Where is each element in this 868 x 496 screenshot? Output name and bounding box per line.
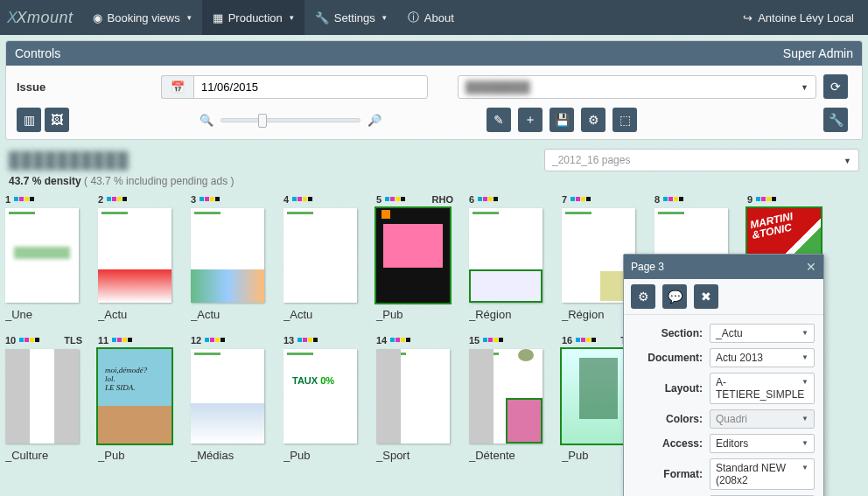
page-number: 8 (654, 194, 660, 205)
format-label: Format: (633, 468, 703, 480)
layout-select[interactable]: A-TETIERE_SIMPLE (710, 373, 815, 404)
page-card[interactable]: 11moi,démodé?lol.LE SIDA._Pub (98, 333, 175, 462)
zoom-in-icon[interactable]: 🔎 (368, 114, 382, 127)
tools-button[interactable]: 🔧 (823, 108, 848, 132)
cmyk-icon (112, 338, 132, 342)
region-select[interactable]: ████████ (458, 75, 816, 99)
issue-date-input[interactable] (193, 75, 428, 99)
page-card[interactable]: 3_Actu (191, 192, 268, 321)
cmyk-icon (205, 338, 225, 342)
page-thumbnail[interactable]: moi,démodé?lol.LE SIDA. (98, 349, 172, 444)
page-number: 15 (469, 335, 480, 346)
section-label: Section: (633, 327, 703, 339)
page-section-label: _Pub (284, 449, 360, 462)
page-thumbnail[interactable] (5, 349, 79, 444)
page-number: 10 (5, 335, 16, 346)
view-thumb-button[interactable]: 🖼 (45, 108, 69, 132)
cmyk-icon (478, 197, 498, 201)
nav-booking-views[interactable]: ◉ Booking views▾ (82, 0, 202, 35)
controls-role: Super Admin (783, 46, 853, 60)
zoom-slider[interactable] (220, 118, 360, 122)
controls-title: Controls (15, 46, 60, 60)
page-card[interactable]: 12_Médias (191, 333, 268, 462)
page-thumbnail[interactable] (376, 349, 450, 444)
popup-comment-button[interactable]: 💬 (662, 284, 687, 309)
add-button[interactable]: ＋ (518, 108, 542, 132)
layout-template-select[interactable]: _2012_16 pages (544, 149, 859, 171)
page-section-label: _Pub (98, 449, 175, 462)
page-number: 13 (284, 335, 294, 346)
cmyk-icon (107, 197, 127, 201)
page-section-label: _Pub (376, 308, 453, 321)
brand-logo: XXmount (7, 9, 74, 27)
section-select[interactable]: _Actu (710, 324, 815, 343)
view-list-button[interactable]: ▥ (17, 108, 41, 132)
page-tag: TLS (64, 335, 82, 346)
cmyk-icon (200, 197, 220, 201)
eye-icon: ◉ (93, 11, 102, 24)
zoom-out-icon[interactable]: 🔍 (200, 114, 214, 127)
edit-button[interactable]: ✎ (486, 108, 511, 132)
cmyk-icon (663, 197, 683, 201)
page-thumbnail[interactable] (469, 208, 542, 303)
cmyk-icon (385, 197, 405, 201)
page-number: 14 (376, 335, 387, 346)
page-thumbnail[interactable] (5, 208, 79, 303)
calendar-icon[interactable]: 📅 (161, 75, 193, 99)
page-thumbnail[interactable] (469, 349, 542, 444)
nav-production[interactable]: ▦ Production▾ (202, 0, 304, 35)
close-icon[interactable]: ✕ (806, 260, 816, 274)
cmyk-icon (576, 338, 596, 342)
page-thumbnail[interactable]: TAUX 0% (284, 349, 357, 444)
refresh-button[interactable]: ⟳ (823, 74, 848, 99)
density-readout: 43.7 % density ( 43.7 % including pendin… (9, 175, 859, 187)
page-number: 7 (562, 194, 567, 205)
popup-delete-button[interactable]: ✖ (694, 284, 718, 309)
page-number: 12 (191, 335, 201, 346)
settings-button[interactable]: ⚙ (581, 108, 606, 132)
puzzle-button[interactable]: ⬚ (612, 108, 637, 132)
page-number: 5 (376, 194, 382, 205)
issue-label: Issue (17, 80, 161, 94)
page-card[interactable]: 5RHO_Pub (376, 192, 453, 321)
page-card[interactable]: 15_Détente (469, 333, 546, 462)
info-icon: ⓘ (408, 10, 419, 25)
page-section-label: _Actu (191, 308, 268, 321)
controls-panel: Controls Super Admin Issue 📅 ████████ ⟳ … (5, 40, 863, 140)
page-number: 6 (469, 194, 474, 205)
page-card[interactable]: 4_Actu (284, 192, 360, 321)
page-card[interactable]: 6_Région (469, 192, 546, 321)
page-thumbnail[interactable] (98, 208, 172, 303)
cmyk-icon (390, 338, 410, 342)
nav-settings[interactable]: 🔧 Settings▾ (304, 0, 397, 35)
document-select[interactable]: Actu 2013 (710, 348, 815, 367)
popup-settings-button[interactable]: ⚙ (631, 284, 655, 309)
page-thumbnail[interactable] (191, 208, 264, 303)
cmyk-icon (570, 197, 591, 201)
page-thumbnail[interactable] (376, 208, 450, 303)
page-card[interactable]: 14_Sport (376, 333, 453, 462)
nav-about[interactable]: ⓘ About (397, 0, 465, 35)
cmyk-icon (298, 338, 318, 342)
grid-icon: ▦ (213, 11, 223, 24)
access-select[interactable]: Editors (710, 434, 815, 453)
page-section-label: _Une (5, 308, 82, 321)
cmyk-icon (19, 338, 39, 342)
cmyk-icon (14, 197, 34, 201)
page-section-label: _Actu (284, 308, 360, 321)
save-button[interactable]: 💾 (550, 108, 574, 132)
page-number: 4 (284, 194, 289, 205)
page-card[interactable]: 1_Une (5, 192, 82, 321)
page-thumbnail[interactable] (191, 349, 264, 444)
page-section-label: _Actu (98, 308, 175, 321)
logout-icon: ↪ (743, 11, 752, 24)
page-card[interactable]: 10TLS_Culture (5, 333, 82, 462)
page-section-label: _Culture (5, 449, 82, 462)
page-card[interactable]: 13TAUX 0%_Pub (284, 333, 360, 462)
page-section-label: _Sport (376, 449, 453, 462)
top-navbar: XXmount ◉ Booking views▾ ▦ Production▾ 🔧… (0, 0, 868, 35)
format-select[interactable]: Standard NEW (208x2 (710, 458, 815, 490)
nav-user[interactable]: ↪ Antoine Lévy Local (736, 11, 861, 24)
page-thumbnail[interactable] (284, 208, 357, 303)
page-card[interactable]: 2_Actu (98, 192, 175, 321)
